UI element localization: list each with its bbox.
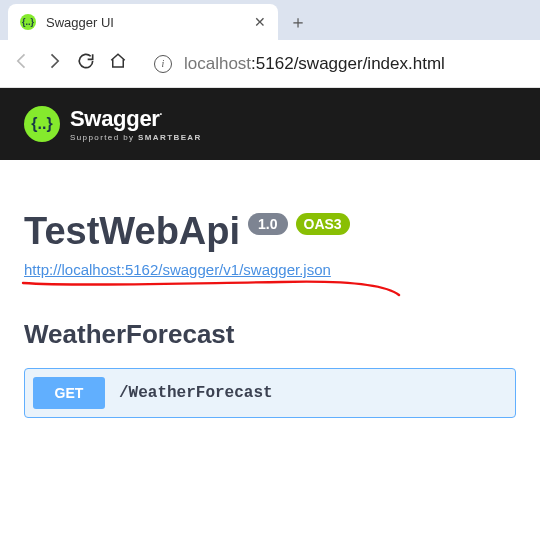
back-button[interactable] xyxy=(12,51,32,76)
arrow-right-icon xyxy=(44,51,64,71)
url-text: localhost:5162/swagger/index.html xyxy=(184,54,445,74)
swagger-supported-by: Supported by SMARTBEAR xyxy=(70,133,202,142)
close-tab-icon[interactable]: ✕ xyxy=(254,14,266,30)
new-tab-button[interactable]: ＋ xyxy=(284,8,312,36)
swagger-brand-text: Swagger. xyxy=(70,106,202,132)
tag-section: WeatherForecast GET /WeatherForecast xyxy=(0,299,540,418)
annotation-underline-icon xyxy=(21,277,401,299)
oas-badge: OAS3 xyxy=(296,213,350,235)
tag-title[interactable]: WeatherForecast xyxy=(24,319,516,350)
api-title: TestWebApi xyxy=(24,210,240,253)
swagger-header: {..} Swagger. Supported by SMARTBEAR xyxy=(0,88,540,160)
tab-title: Swagger UI xyxy=(46,15,244,30)
reload-button[interactable] xyxy=(76,51,96,76)
url-host: localhost xyxy=(184,54,251,73)
swagger-favicon-icon: {..} xyxy=(20,14,36,30)
site-info-icon[interactable]: i xyxy=(154,55,172,73)
api-title-row: TestWebApi 1.0 OAS3 xyxy=(24,210,516,253)
swagger-json-link[interactable]: http://localhost:5162/swagger/v1/swagger… xyxy=(24,261,331,278)
version-badge: 1.0 xyxy=(248,213,287,235)
arrow-left-icon xyxy=(12,51,32,71)
url-path: :5162/swagger/index.html xyxy=(251,54,445,73)
browser-tab[interactable]: {..} Swagger UI ✕ xyxy=(8,4,278,40)
address-bar[interactable]: i localhost:5162/swagger/index.html xyxy=(140,46,528,82)
operation-block[interactable]: GET /WeatherForecast xyxy=(24,368,516,418)
home-button[interactable] xyxy=(108,52,128,75)
operation-path: /WeatherForecast xyxy=(119,384,273,402)
swagger-logo-icon: {..} xyxy=(24,106,60,142)
browser-tab-strip: {..} Swagger UI ✕ ＋ xyxy=(0,0,540,40)
browser-toolbar: i localhost:5162/swagger/index.html xyxy=(0,40,540,88)
http-method-badge: GET xyxy=(33,377,105,409)
reload-icon xyxy=(76,51,96,71)
api-info: TestWebApi 1.0 OAS3 http://localhost:516… xyxy=(0,160,540,299)
home-icon xyxy=(109,52,127,70)
forward-button[interactable] xyxy=(44,51,64,76)
swagger-logo[interactable]: {..} Swagger. Supported by SMARTBEAR xyxy=(24,106,202,142)
